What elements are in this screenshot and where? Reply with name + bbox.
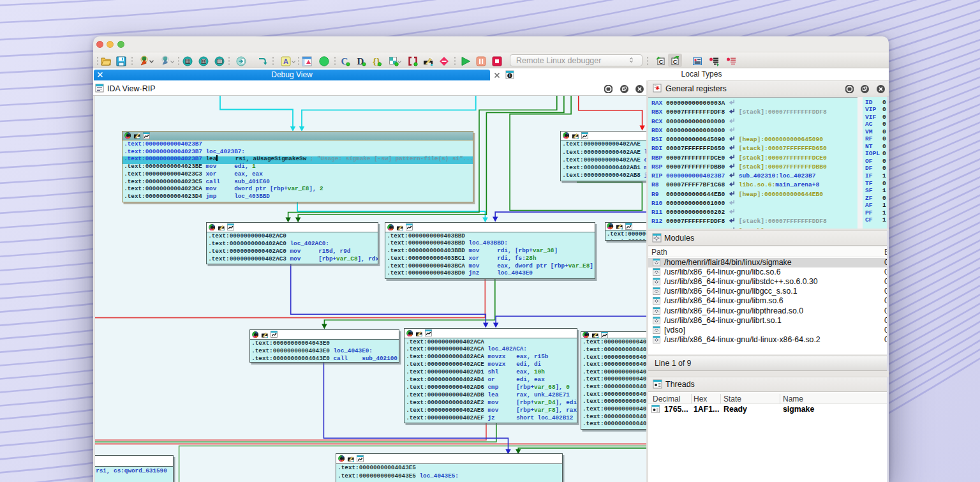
svg-text:t: t (509, 73, 510, 78)
svg-text:C: C (673, 58, 678, 65)
svg-text:A: A (283, 57, 288, 65)
svg-text:C: C (659, 58, 664, 65)
